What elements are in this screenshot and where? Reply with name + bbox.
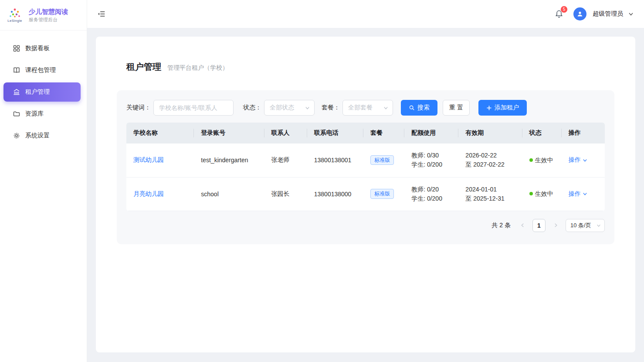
table-header-row: 学校名称 登录账号 联系人 联系电话 套餐 配额使用 有效期 状态 操作 bbox=[126, 123, 605, 143]
page-size-select[interactable]: 10 条/页 bbox=[566, 219, 605, 232]
pagination-prev-button[interactable] bbox=[517, 220, 528, 231]
avatar[interactable] bbox=[573, 7, 586, 20]
chevron-left-icon bbox=[520, 223, 525, 228]
quota-cell: 教师: 0/20 学生: 0/200 bbox=[404, 177, 458, 211]
chevron-right-icon bbox=[553, 223, 558, 228]
plan-label: 套餐： bbox=[322, 104, 340, 112]
plan-select[interactable]: 全部套餐 bbox=[342, 100, 393, 116]
status-dot-icon bbox=[529, 192, 533, 195]
app-title: 少儿智慧阅读 bbox=[29, 7, 68, 16]
quota-teacher: 教师: 0/20 bbox=[411, 185, 451, 194]
status-label: 状态： bbox=[243, 104, 261, 112]
contact-cell: 张老师 bbox=[264, 143, 307, 177]
user-name: 超级管理员 bbox=[593, 10, 623, 18]
quota-student: 学生: 0/200 bbox=[411, 160, 451, 169]
pagination-next-button[interactable] bbox=[550, 220, 561, 231]
status-badge: 生效中 bbox=[535, 189, 555, 198]
notification-badge: 5 bbox=[560, 6, 568, 13]
keyword-label: 关键词： bbox=[126, 104, 151, 112]
row-actions-dropdown[interactable]: 操作 bbox=[569, 156, 598, 164]
valid-to: 至 2025-12-31 bbox=[465, 194, 515, 203]
col-plan: 套餐 bbox=[363, 123, 404, 143]
row-actions-dropdown[interactable]: 操作 bbox=[569, 190, 598, 198]
sidebar-item-settings[interactable]: 系统设置 bbox=[0, 125, 87, 147]
col-school: 学校名称 bbox=[126, 123, 194, 143]
sidebar-item-dashboard[interactable]: 数据看板 bbox=[0, 38, 87, 59]
filter-bar: 关键词： 状态： 全部状态 套餐： 全部套餐 bbox=[126, 100, 605, 116]
chevron-down-icon bbox=[597, 223, 601, 228]
book-icon bbox=[13, 67, 20, 74]
notifications-button[interactable]: 5 bbox=[553, 8, 565, 20]
topbar-right: 5 超级管理员 bbox=[553, 7, 634, 20]
content-area: 租户管理 管理平台租户（学校） 关键词： 状态： 全部状态 bbox=[87, 28, 644, 362]
sidebar-item-tenants[interactable]: 租户管理 bbox=[3, 82, 81, 102]
collapse-icon bbox=[98, 10, 105, 18]
logo: LeSingle 少儿智慧阅读 服务管理后台 bbox=[0, 0, 87, 31]
sidebar-collapse-button[interactable] bbox=[97, 9, 106, 19]
school-link[interactable]: 月亮幼儿园 bbox=[133, 190, 164, 197]
plan-badge: 标准版 bbox=[370, 155, 394, 165]
search-button[interactable]: 搜索 bbox=[401, 100, 437, 116]
reset-button[interactable]: 重 置 bbox=[443, 100, 470, 116]
add-tenant-button[interactable]: 添加租户 bbox=[478, 100, 527, 116]
gear-icon bbox=[13, 132, 20, 139]
page-head: 租户管理 管理平台租户（学校） bbox=[117, 61, 614, 73]
sidebar: LeSingle 少儿智慧阅读 服务管理后台 数据看板 bbox=[0, 0, 87, 362]
logo-wordmark: LeSingle bbox=[7, 19, 22, 23]
status-badge: 生效中 bbox=[535, 156, 555, 165]
sidebar-item-resources[interactable]: 资源库 bbox=[0, 103, 87, 125]
chevron-down-icon bbox=[583, 191, 587, 196]
phone-cell: 13800138001 bbox=[307, 143, 363, 177]
status-dot-icon bbox=[529, 158, 533, 162]
dashboard-icon bbox=[13, 45, 20, 52]
page-size-value: 10 条/页 bbox=[570, 222, 591, 229]
logo-dots-icon bbox=[7, 8, 22, 18]
quota-teacher: 教师: 0/30 bbox=[411, 151, 451, 160]
app-subtitle: 服务管理后台 bbox=[29, 17, 68, 23]
user-icon bbox=[576, 10, 583, 17]
plan-badge: 标准版 bbox=[370, 189, 394, 198]
tenant-panel: 关键词： 状态： 全部状态 套餐： 全部套餐 bbox=[117, 90, 614, 244]
app-root: LeSingle 少儿智慧阅读 服务管理后台 数据看板 bbox=[0, 0, 644, 362]
reset-button-label: 重 置 bbox=[449, 104, 463, 112]
sidebar-item-label: 系统设置 bbox=[25, 132, 50, 140]
actions-link[interactable]: 操作 bbox=[569, 156, 581, 164]
search-icon bbox=[409, 105, 415, 111]
keyword-input[interactable] bbox=[153, 100, 234, 116]
col-validity: 有效期 bbox=[458, 123, 522, 143]
plus-icon bbox=[486, 105, 492, 111]
status-cell: 生效中 bbox=[522, 143, 562, 177]
building-icon bbox=[13, 89, 20, 96]
col-account: 登录账号 bbox=[194, 123, 264, 143]
chevron-down-icon bbox=[383, 106, 388, 110]
status-select-value: 全部状态 bbox=[270, 104, 294, 112]
chevron-down-icon[interactable] bbox=[628, 11, 634, 17]
school-link[interactable]: 测试幼儿园 bbox=[133, 156, 164, 163]
col-contact: 联系人 bbox=[264, 123, 307, 143]
col-quota: 配额使用 bbox=[404, 123, 458, 143]
contact-cell: 张园长 bbox=[264, 177, 307, 211]
sidebar-item-label: 资源库 bbox=[25, 110, 44, 118]
folder-icon bbox=[13, 110, 20, 117]
search-button-label: 搜索 bbox=[417, 104, 430, 112]
status-select[interactable]: 全部状态 bbox=[264, 100, 315, 116]
sidebar-item-label: 数据看板 bbox=[25, 44, 50, 52]
quota-student: 学生: 0/200 bbox=[411, 194, 451, 203]
chevron-down-icon bbox=[305, 106, 310, 110]
col-phone: 联系电话 bbox=[307, 123, 363, 143]
page-subtitle: 管理平台租户（学校） bbox=[167, 64, 228, 72]
actions-link[interactable]: 操作 bbox=[569, 190, 581, 198]
plan-select-value: 全部套餐 bbox=[348, 104, 373, 112]
sidebar-item-label: 课程包管理 bbox=[25, 66, 56, 74]
account-cell: school bbox=[194, 177, 264, 211]
pagination: 共 2 条 1 10 条/页 bbox=[126, 219, 605, 232]
valid-to: 至 2027-02-22 bbox=[465, 160, 515, 169]
sidebar-item-course-packages[interactable]: 课程包管理 bbox=[0, 59, 87, 81]
valid-from: 2026-02-22 bbox=[465, 151, 515, 160]
account-cell: test_kindergarten bbox=[194, 143, 264, 177]
pagination-page-1[interactable]: 1 bbox=[532, 219, 546, 232]
tenant-card: 租户管理 管理平台租户（学校） 关键词： 状态： 全部状态 bbox=[96, 37, 635, 352]
topbar: 5 超级管理员 bbox=[87, 0, 644, 28]
logo-text-block: 少儿智慧阅读 服务管理后台 bbox=[29, 7, 68, 23]
col-status: 状态 bbox=[522, 123, 562, 143]
